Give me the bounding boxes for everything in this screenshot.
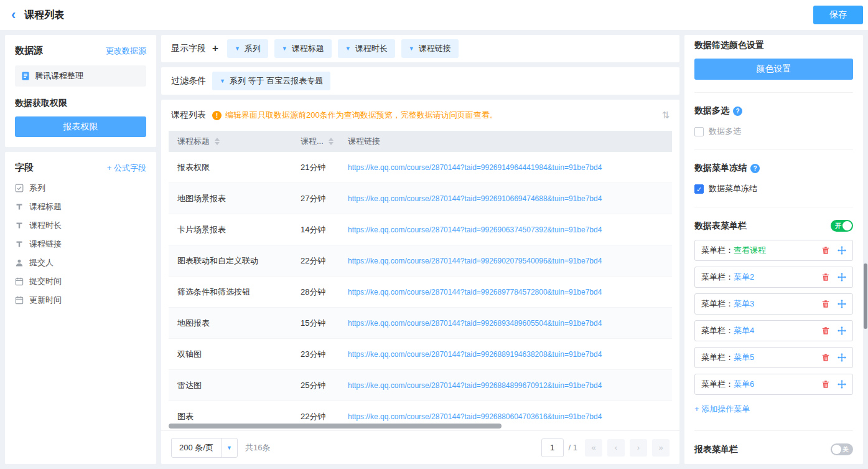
course-title-cell: 雷达图 [169,380,292,391]
course-title-cell: 地图报表 [169,318,292,329]
chevron-down-icon: ▼ [282,45,287,52]
report-permission-button[interactable]: 报表权限 [15,116,146,137]
course-link[interactable]: https://ke.qq.com/course/2870144?taid=99… [348,163,602,172]
display-field-chip[interactable]: ▼课程标题 [274,39,332,58]
display-field-chip[interactable]: ▼课程时长 [338,39,395,58]
delete-icon[interactable] [821,326,830,335]
move-icon[interactable] [838,326,846,335]
display-fields-bar: 显示字段 + ▼系列▼课程标题▼课程时长▼课程链接 [161,35,679,62]
table-menu-title: 数据表菜单栏 [694,220,747,232]
window-scrollbar [864,30,867,469]
text-field-icon [15,202,24,211]
checkbox-field-icon [15,184,24,192]
course-duration-cell: 23分钟 [292,349,339,360]
menu-bar-item[interactable]: 菜单栏：菜单4 [694,320,853,341]
top-header: ‹ 课程列表 保存 [0,0,868,30]
page-size-value: 200 条/页 [172,442,221,453]
delete-icon[interactable] [821,300,830,308]
course-link-cell: https://ke.qq.com/course/2870144?taid=99… [339,349,672,359]
table-header-row: 课程标题 课程... 课程链接 [169,131,672,152]
back-button[interactable]: ‹ [11,8,16,22]
save-button[interactable]: 保存 [813,6,863,24]
text-field-icon [15,221,24,230]
page-size-select[interactable]: 200 条/页 ▼ [171,438,238,458]
delete-icon[interactable] [821,273,830,282]
menu-item-list: 菜单栏：查看课程菜单栏：菜单2菜单栏：菜单3菜单栏：菜单4菜单栏：菜单5菜单栏：… [694,234,853,395]
table-body: 报表权限21分钟https://ke.qq.com/course/2870144… [169,152,672,422]
delete-icon[interactable] [821,353,830,362]
menu-bar-item[interactable]: 菜单栏：菜单5 [694,347,853,368]
toggle-knob [842,221,852,230]
delete-icon[interactable] [821,380,830,389]
field-item[interactable]: 系列 [15,179,146,197]
add-action-menu-link[interactable]: + 添加操作菜单 [694,404,853,415]
field-item[interactable]: 课程链接 [15,235,146,253]
column-link-label: 课程链接 [348,136,380,147]
menu-freeze-checkbox[interactable]: ✓ [694,184,704,194]
datasource-item[interactable]: 腾讯课程整理 [15,65,146,87]
filter-chip[interactable]: ▼系列 等于 百宝云报表专题 [212,72,330,90]
menu-item-name: 菜单2 [734,272,754,283]
column-header-title[interactable]: 课程标题 [169,136,292,147]
page-total: / 1 [569,443,577,452]
field-item[interactable]: 提交时间 [15,272,146,291]
display-field-chip[interactable]: ▼系列 [227,39,268,58]
course-link[interactable]: https://ke.qq.com/course/2870144?taid=99… [348,194,602,203]
move-icon[interactable] [838,273,846,282]
help-icon[interactable]: ? [733,107,742,116]
course-link-cell: https://ke.qq.com/course/2870144?taid=99… [339,225,672,234]
document-icon [21,72,30,80]
course-link[interactable]: https://ke.qq.com/course/2870144?taid=99… [348,350,602,359]
table-row: 卡片场景报表14分钟https://ke.qq.com/course/28701… [169,214,672,245]
field-item[interactable]: 提交人 [15,253,146,272]
course-link[interactable]: https://ke.qq.com/course/2870144?taid=99… [348,319,602,328]
toggle-knob [832,445,841,454]
menu-bar-item[interactable]: 菜单栏：菜单6 [694,374,853,395]
course-link[interactable]: https://ke.qq.com/course/2870144?taid=99… [348,288,602,296]
color-settings-button[interactable]: 颜色设置 [694,59,853,80]
move-icon[interactable] [838,353,846,362]
move-icon[interactable] [838,300,846,308]
course-duration-cell: 15分钟 [292,318,339,329]
field-item[interactable]: 课程时长 [15,216,146,235]
field-item[interactable]: 课程标题 [15,197,146,216]
next-page-button[interactable]: › [630,439,647,457]
course-duration-cell: 22分钟 [292,411,339,422]
sort-arrows-icon [329,138,334,145]
table-menu-toggle[interactable]: 开 [831,220,853,232]
course-link[interactable]: https://ke.qq.com/course/2870144?taid=99… [348,257,602,265]
first-page-button[interactable]: « [585,439,602,457]
prev-page-button[interactable]: ‹ [607,439,625,457]
column-header-duration[interactable]: 课程... [292,136,339,147]
course-link[interactable]: https://ke.qq.com/course/2870144?taid=99… [348,412,602,421]
menu-freeze-checkbox-row[interactable]: ✓ 数据菜单冻结 [694,183,853,194]
display-fields-label: 显示字段 [171,43,206,54]
add-display-field-button[interactable]: + [212,42,218,55]
add-formula-field-link[interactable]: + 公式字段 [107,163,146,174]
field-item[interactable]: 更新时间 [15,291,146,310]
course-link-cell: https://ke.qq.com/course/2870144?taid=99… [339,412,672,421]
menu-item-name: 查看课程 [734,245,766,256]
horizontal-scrollbar-thumb[interactable] [169,424,502,429]
menu-item-prefix: 菜单栏： [701,272,734,283]
course-link[interactable]: https://ke.qq.com/course/2870144?taid=99… [348,381,602,390]
move-icon[interactable] [838,380,846,389]
window-scrollbar-thumb[interactable] [864,263,867,329]
change-datasource-link[interactable]: 更改数据源 [106,45,146,57]
datasource-title: 数据源 [15,45,43,57]
move-icon[interactable] [838,246,846,255]
page-number-input[interactable]: 1 [541,438,564,457]
menu-item-prefix: 菜单栏： [701,379,734,390]
menu-bar-item[interactable]: 菜单栏：菜单3 [694,293,853,315]
menu-bar-item[interactable]: 菜单栏：查看课程 [694,240,853,261]
course-link[interactable]: https://ke.qq.com/course/2870144?taid=99… [348,225,602,234]
display-field-chip[interactable]: ▼课程链接 [401,39,459,58]
help-icon[interactable]: ? [750,164,760,173]
multi-select-checkbox[interactable] [694,127,704,136]
report-menu-toggle[interactable]: 关 [831,443,853,455]
last-page-button[interactable]: » [652,439,670,457]
multi-select-checkbox-row[interactable]: 数据多选 [694,126,853,137]
delete-icon[interactable] [821,246,830,255]
menu-bar-item[interactable]: 菜单栏：菜单2 [694,267,853,288]
sort-order-icon[interactable]: ⇅ [661,110,670,121]
